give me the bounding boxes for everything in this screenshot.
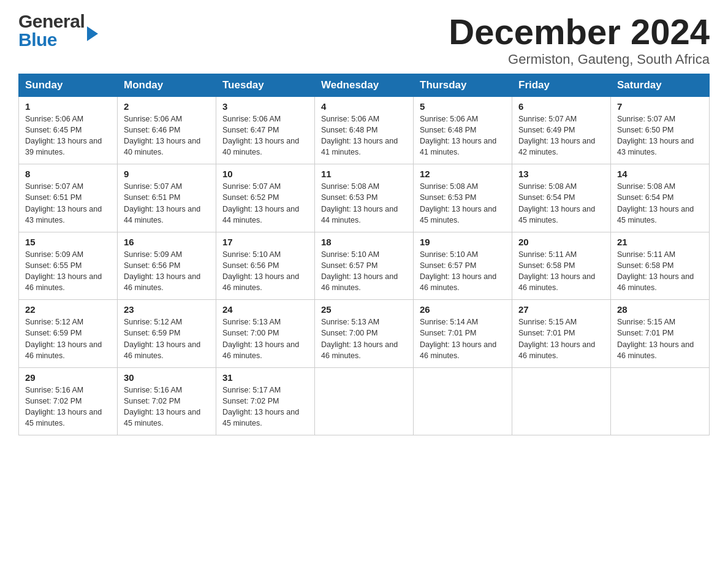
day-number: 5 <box>420 101 506 112</box>
table-cell: 25Sunrise: 5:13 AMSunset: 7:00 PMDayligh… <box>315 300 414 368</box>
table-cell: 7Sunrise: 5:07 AMSunset: 6:50 PMDaylight… <box>611 96 710 164</box>
day-info: Sunrise: 5:16 AMSunset: 7:02 PMDaylight:… <box>25 385 111 429</box>
logo: General Blue <box>18 12 98 49</box>
week-row-2: 8Sunrise: 5:07 AMSunset: 6:51 PMDaylight… <box>19 164 710 232</box>
day-info: Sunrise: 5:12 AMSunset: 6:59 PMDaylight:… <box>124 316 210 361</box>
col-wednesday: Wednesday <box>315 74 414 96</box>
table-cell <box>512 367 611 435</box>
calendar-table: Sunday Monday Tuesday Wednesday Thursday… <box>18 74 710 436</box>
day-info: Sunrise: 5:07 AMSunset: 6:52 PMDaylight:… <box>222 181 308 226</box>
col-monday: Monday <box>118 74 216 96</box>
day-info: Sunrise: 5:06 AMSunset: 6:47 PMDaylight:… <box>222 113 308 158</box>
day-number: 15 <box>25 237 111 247</box>
day-number: 19 <box>420 237 506 247</box>
day-info: Sunrise: 5:17 AMSunset: 7:02 PMDaylight:… <box>222 385 308 429</box>
table-cell: 5Sunrise: 5:06 AMSunset: 6:48 PMDaylight… <box>414 96 512 164</box>
table-cell: 21Sunrise: 5:11 AMSunset: 6:58 PMDayligh… <box>611 232 710 300</box>
day-number: 17 <box>222 237 308 247</box>
day-info: Sunrise: 5:06 AMSunset: 6:46 PMDaylight:… <box>124 113 210 158</box>
day-number: 2 <box>124 101 210 112</box>
day-info: Sunrise: 5:08 AMSunset: 6:54 PMDaylight:… <box>518 181 604 226</box>
day-number: 6 <box>518 101 604 112</box>
logo-blue-text: Blue <box>18 31 85 49</box>
table-cell <box>611 367 710 435</box>
day-number: 16 <box>124 237 210 247</box>
table-cell: 29Sunrise: 5:16 AMSunset: 7:02 PMDayligh… <box>19 367 118 435</box>
table-cell: 16Sunrise: 5:09 AMSunset: 6:56 PMDayligh… <box>118 232 216 300</box>
month-title: December 2024 <box>449 12 710 52</box>
day-info: Sunrise: 5:11 AMSunset: 6:58 PMDaylight:… <box>617 249 703 294</box>
title-section: December 2024 Germiston, Gauteng, South … <box>449 12 710 67</box>
table-cell <box>315 367 414 435</box>
table-cell: 26Sunrise: 5:14 AMSunset: 7:01 PMDayligh… <box>414 300 512 368</box>
week-row-5: 29Sunrise: 5:16 AMSunset: 7:02 PMDayligh… <box>19 367 710 435</box>
table-cell: 9Sunrise: 5:07 AMSunset: 6:51 PMDaylight… <box>118 164 216 232</box>
day-info: Sunrise: 5:10 AMSunset: 6:57 PMDaylight:… <box>420 249 506 294</box>
day-info: Sunrise: 5:07 AMSunset: 6:51 PMDaylight:… <box>124 181 210 226</box>
table-cell: 18Sunrise: 5:10 AMSunset: 6:57 PMDayligh… <box>315 232 414 300</box>
table-cell: 30Sunrise: 5:16 AMSunset: 7:02 PMDayligh… <box>118 367 216 435</box>
table-cell: 11Sunrise: 5:08 AMSunset: 6:53 PMDayligh… <box>315 164 414 232</box>
day-number: 8 <box>25 169 111 179</box>
table-cell: 2Sunrise: 5:06 AMSunset: 6:46 PMDaylight… <box>118 96 216 164</box>
col-sunday: Sunday <box>19 74 118 96</box>
logo-triangle-icon <box>87 26 98 41</box>
table-cell: 1Sunrise: 5:06 AMSunset: 6:45 PMDaylight… <box>19 96 118 164</box>
day-number: 23 <box>124 304 210 315</box>
day-number: 11 <box>321 169 407 179</box>
day-number: 12 <box>420 169 506 179</box>
week-row-3: 15Sunrise: 5:09 AMSunset: 6:55 PMDayligh… <box>19 232 710 300</box>
table-cell: 12Sunrise: 5:08 AMSunset: 6:53 PMDayligh… <box>414 164 512 232</box>
table-cell: 10Sunrise: 5:07 AMSunset: 6:52 PMDayligh… <box>216 164 315 232</box>
day-info: Sunrise: 5:15 AMSunset: 7:01 PMDaylight:… <box>617 316 703 361</box>
day-info: Sunrise: 5:06 AMSunset: 6:48 PMDaylight:… <box>321 113 407 158</box>
table-cell <box>414 367 512 435</box>
day-number: 29 <box>25 372 111 383</box>
table-cell: 6Sunrise: 5:07 AMSunset: 6:49 PMDaylight… <box>512 96 611 164</box>
col-saturday: Saturday <box>611 74 710 96</box>
day-number: 10 <box>222 169 308 179</box>
day-info: Sunrise: 5:14 AMSunset: 7:01 PMDaylight:… <box>420 316 506 361</box>
logo-general-text: General <box>18 12 85 31</box>
day-number: 24 <box>222 304 308 315</box>
col-tuesday: Tuesday <box>216 74 315 96</box>
day-info: Sunrise: 5:09 AMSunset: 6:55 PMDaylight:… <box>25 249 111 294</box>
logo-text: General Blue <box>18 12 85 49</box>
day-info: Sunrise: 5:06 AMSunset: 6:48 PMDaylight:… <box>420 113 506 158</box>
col-friday: Friday <box>512 74 611 96</box>
table-cell: 8Sunrise: 5:07 AMSunset: 6:51 PMDaylight… <box>19 164 118 232</box>
day-info: Sunrise: 5:10 AMSunset: 6:56 PMDaylight:… <box>222 249 308 294</box>
day-info: Sunrise: 5:11 AMSunset: 6:58 PMDaylight:… <box>518 249 604 294</box>
location-title: Germiston, Gauteng, South Africa <box>449 52 710 67</box>
day-number: 27 <box>518 304 604 315</box>
week-row-1: 1Sunrise: 5:06 AMSunset: 6:45 PMDaylight… <box>19 96 710 164</box>
day-number: 28 <box>617 304 703 315</box>
day-number: 13 <box>518 169 604 179</box>
day-number: 31 <box>222 372 308 383</box>
day-number: 25 <box>321 304 407 315</box>
day-number: 20 <box>518 237 604 247</box>
day-info: Sunrise: 5:06 AMSunset: 6:45 PMDaylight:… <box>25 113 111 158</box>
table-cell: 15Sunrise: 5:09 AMSunset: 6:55 PMDayligh… <box>19 232 118 300</box>
table-cell: 20Sunrise: 5:11 AMSunset: 6:58 PMDayligh… <box>512 232 611 300</box>
table-cell: 23Sunrise: 5:12 AMSunset: 6:59 PMDayligh… <box>118 300 216 368</box>
day-info: Sunrise: 5:07 AMSunset: 6:49 PMDaylight:… <box>518 113 604 158</box>
table-cell: 17Sunrise: 5:10 AMSunset: 6:56 PMDayligh… <box>216 232 315 300</box>
day-info: Sunrise: 5:07 AMSunset: 6:51 PMDaylight:… <box>25 181 111 226</box>
day-info: Sunrise: 5:08 AMSunset: 6:54 PMDaylight:… <box>617 181 703 226</box>
day-number: 14 <box>617 169 703 179</box>
day-number: 4 <box>321 101 407 112</box>
day-info: Sunrise: 5:08 AMSunset: 6:53 PMDaylight:… <box>321 181 407 226</box>
table-cell: 22Sunrise: 5:12 AMSunset: 6:59 PMDayligh… <box>19 300 118 368</box>
day-number: 30 <box>124 372 210 383</box>
table-cell: 19Sunrise: 5:10 AMSunset: 6:57 PMDayligh… <box>414 232 512 300</box>
col-thursday: Thursday <box>414 74 512 96</box>
day-info: Sunrise: 5:08 AMSunset: 6:53 PMDaylight:… <box>420 181 506 226</box>
day-number: 3 <box>222 101 308 112</box>
day-info: Sunrise: 5:10 AMSunset: 6:57 PMDaylight:… <box>321 249 407 294</box>
table-cell: 14Sunrise: 5:08 AMSunset: 6:54 PMDayligh… <box>611 164 710 232</box>
table-cell: 27Sunrise: 5:15 AMSunset: 7:01 PMDayligh… <box>512 300 611 368</box>
table-cell: 13Sunrise: 5:08 AMSunset: 6:54 PMDayligh… <box>512 164 611 232</box>
day-number: 21 <box>617 237 703 247</box>
day-info: Sunrise: 5:13 AMSunset: 7:00 PMDaylight:… <box>321 316 407 361</box>
